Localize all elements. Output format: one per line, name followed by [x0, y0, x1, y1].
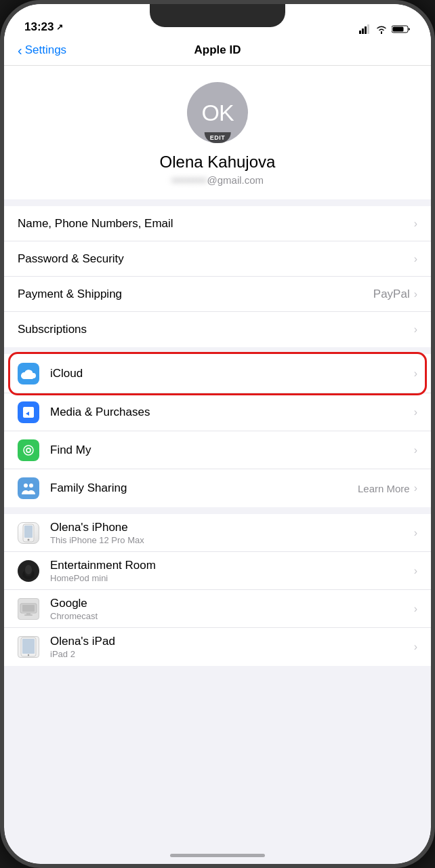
svg-rect-20 [24, 614, 33, 616]
phone-frame: 13:23 ↗ [0, 0, 435, 868]
family-main-label: Family Sharing [50, 481, 358, 495]
svg-point-9 [24, 484, 28, 488]
chromecast-label-container: Google Chromecast [50, 597, 414, 621]
homepod-main-label: Entertainment Room [50, 559, 414, 572]
back-chevron-icon: ‹ [18, 43, 22, 58]
chevron-icon-icloud: › [414, 368, 417, 380]
chevron-icon-ipad: › [414, 641, 417, 653]
phone-screen: 13:23 ↗ [4, 4, 431, 864]
iphone-sub-label: This iPhone 12 Pro Max [50, 535, 414, 545]
svg-rect-5 [393, 27, 404, 32]
icon-rows-group: iCloud › Media & Purchases › [4, 354, 431, 507]
svg-rect-0 [359, 31, 361, 34]
ipad-sub-label: iPad 2 [50, 649, 414, 659]
email-domain: @gmail.com [207, 174, 264, 186]
battery-icon [392, 24, 411, 34]
homepod-icon-container [18, 560, 39, 582]
row-entertainment-room[interactable]: Entertainment Room HomePod mini › [4, 552, 431, 590]
nav-back-button[interactable]: ‹ Settings [18, 43, 66, 58]
svg-point-13 [28, 538, 30, 540]
email-blurred: •••••••••• [171, 174, 207, 186]
family-value: Learn More [358, 483, 410, 494]
svg-rect-22 [22, 639, 35, 654]
family-icon-container [18, 477, 39, 499]
time-label: 13:23 [24, 20, 54, 34]
svg-point-8 [27, 449, 30, 452]
findmy-icon-container [18, 439, 39, 461]
row-name-phone-email[interactable]: Name, Phone Numbers, Email › [4, 206, 431, 241]
homepod-label-container: Entertainment Room HomePod mini [50, 559, 414, 583]
media-main-label: Media & Purchases [50, 406, 414, 419]
row-google[interactable]: Google Chromecast › [4, 590, 431, 628]
row-payment-shipping[interactable]: Payment & Shipping PayPal › [4, 277, 431, 312]
chromecast-main-label: Google [50, 597, 414, 610]
svg-rect-18 [22, 605, 35, 612]
family-icon [21, 482, 36, 494]
profile-section: OK EDIT Olena Kahujova ••••••••••@gmail.… [4, 66, 431, 199]
iphone-icon-container [18, 522, 39, 544]
media-icon-container [18, 401, 39, 423]
chevron-icon-chromecast: › [414, 603, 417, 615]
icloud-main-label: iCloud [50, 367, 414, 380]
chevron-icon-iphone: › [414, 527, 417, 539]
row-family-sharing[interactable]: Family Sharing Learn More › [4, 469, 431, 507]
iphone-main-label: Olena's iPhone [50, 521, 414, 534]
menu-rows-group: Name, Phone Numbers, Email › Password & … [4, 206, 431, 347]
svg-rect-3 [367, 24, 369, 34]
avatar-container[interactable]: OK EDIT [187, 82, 248, 143]
media-icon [22, 406, 35, 419]
svg-rect-2 [365, 26, 367, 34]
location-icon: ↗ [56, 22, 63, 32]
home-indicator [170, 854, 265, 857]
notch [150, 4, 285, 27]
svg-point-16 [25, 565, 32, 574]
chevron-icon-family: › [414, 482, 417, 494]
chromecast-icon [19, 602, 38, 616]
media-label-container: Media & Purchases [50, 406, 414, 419]
chromecast-icon-container [18, 598, 39, 620]
homepod-sub-label: HomePod mini [50, 573, 414, 583]
chevron-icon-homepod: › [414, 565, 417, 577]
findmy-main-label: Find My [50, 443, 414, 457]
row-subscriptions[interactable]: Subscriptions › [4, 312, 431, 347]
homepod-icon [21, 562, 36, 580]
chevron-icon-subscriptions: › [414, 323, 417, 336]
wifi-icon [375, 24, 388, 34]
chevron-icon-media: › [414, 406, 417, 418]
status-time: 13:23 ↗ [24, 20, 63, 34]
row-label-subscriptions: Subscriptions [18, 323, 414, 336]
row-find-my[interactable]: Find My › [4, 431, 431, 469]
findmy-icon [22, 443, 35, 457]
svg-point-23 [28, 654, 29, 656]
ipad-main-label: Olena's iPad [50, 635, 414, 648]
svg-point-10 [29, 484, 33, 488]
icloud-icon [21, 368, 36, 379]
row-icloud[interactable]: iCloud › [4, 354, 431, 393]
svg-rect-1 [362, 28, 364, 34]
page-title: Apple ID [194, 43, 241, 57]
chevron-icon-password: › [414, 253, 417, 265]
profile-name: Olena Kahujova [160, 153, 276, 172]
profile-email: ••••••••••@gmail.com [171, 174, 264, 186]
iphone-label-container: Olena's iPhone This iPhone 12 Pro Max [50, 521, 414, 545]
chevron-icon-payment: › [414, 288, 417, 300]
chromecast-sub-label: Chromecast [50, 611, 414, 621]
icloud-highlight-wrapper: iCloud › [4, 354, 431, 393]
row-olenas-iphone[interactable]: Olena's iPhone This iPhone 12 Pro Max › [4, 514, 431, 552]
row-olenas-ipad[interactable]: Olena's iPad iPad 2 › [4, 628, 431, 666]
iphone-icon [22, 524, 35, 542]
row-media-purchases[interactable]: Media & Purchases › [4, 393, 431, 431]
status-icons [359, 24, 411, 34]
chevron-icon-findmy: › [414, 444, 417, 456]
row-password-security[interactable]: Password & Security › [4, 241, 431, 277]
svg-rect-12 [24, 526, 33, 538]
back-label: Settings [25, 43, 66, 57]
nav-bar: ‹ Settings Apple ID [4, 38, 431, 66]
ipad-icon [20, 637, 37, 657]
family-label-container: Family Sharing [50, 481, 358, 495]
avatar-initials: OK [201, 100, 233, 126]
scroll-content: OK EDIT Olena Kahujova ••••••••••@gmail.… [4, 66, 431, 852]
row-label-password-security: Password & Security [18, 252, 414, 266]
signal-icon [359, 24, 371, 34]
findmy-label-container: Find My [50, 443, 414, 457]
